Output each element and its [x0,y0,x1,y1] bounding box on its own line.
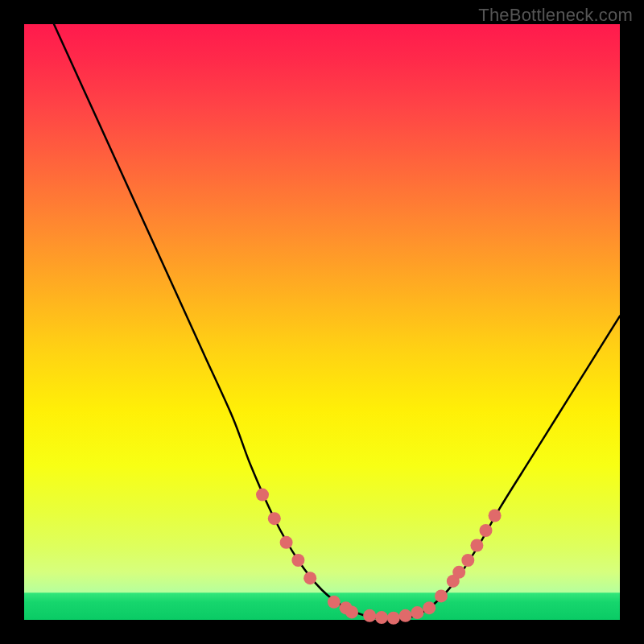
highlight-dot [303,572,316,584]
highlight-dot [411,606,423,619]
highlight-dot [291,554,304,567]
highlight-dot [328,596,341,609]
highlight-dot [256,489,269,502]
highlight-dot [280,536,293,549]
highlight-dot [268,512,281,525]
highlight-dot [375,611,388,624]
highlight-dot [461,554,474,567]
highlight-dot [435,589,448,602]
highlight-dot [452,566,465,579]
plot-area [24,24,620,620]
chart-frame: TheBottleneck.com [0,0,644,644]
highlight-dot [399,609,412,622]
watermark-text: TheBottleneck.com [478,5,633,26]
highlight-dot [387,612,400,625]
highlight-dot [423,601,436,614]
highlight-dot [480,524,493,537]
highlight-dot [363,609,376,622]
highlight-dots [256,489,502,625]
highlight-dot [489,510,502,522]
highlight-dot [345,605,358,618]
highlight-dot [470,539,483,552]
bottleneck-curve [54,24,620,620]
chart-svg [24,24,620,620]
